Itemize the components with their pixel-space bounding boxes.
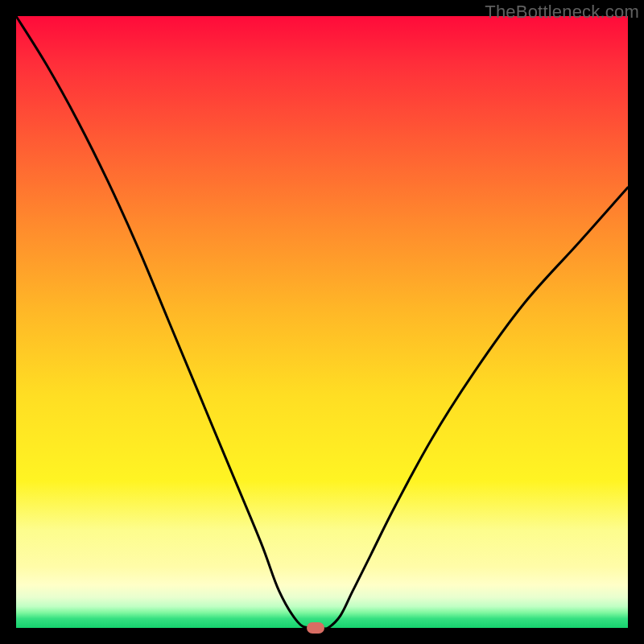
curve-svg [16,16,628,628]
chart-frame: TheBottleneck.com [0,0,644,644]
bottleneck-curve-path [16,16,628,628]
plot-area [16,16,628,628]
watermark-text: TheBottleneck.com [485,2,639,23]
optimal-point-marker [307,622,324,634]
